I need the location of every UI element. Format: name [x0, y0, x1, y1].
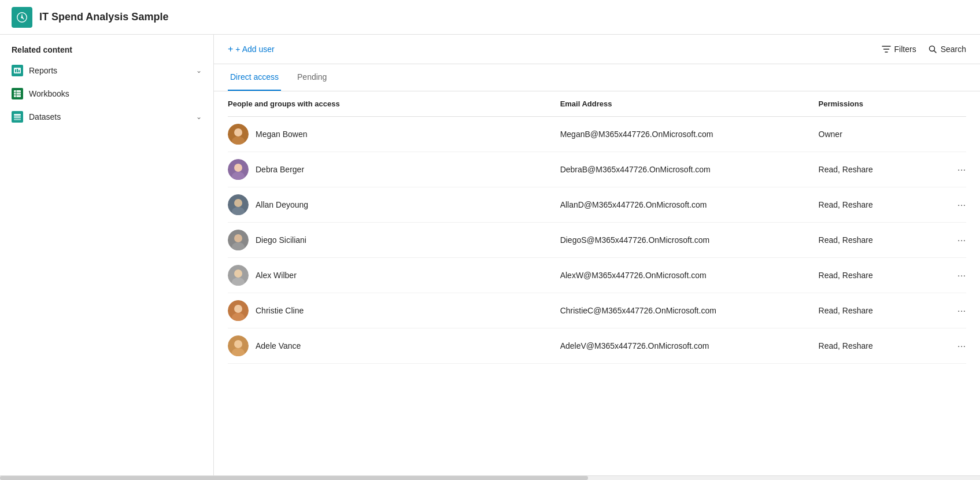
table-row: Christie ClineChristieC@M365x447726.OnMi… [228, 293, 966, 328]
access-table: People and groups with access Email Addr… [228, 91, 966, 364]
filters-label: Filters [894, 45, 916, 54]
sidebar: Related content Reports ⌄ [0, 35, 214, 475]
person-name: Megan Bowen [256, 130, 308, 139]
datasets-chevron: ⌄ [196, 113, 202, 121]
col-header-actions [951, 91, 966, 117]
permissions-cell: Read, Reshare [819, 187, 952, 223]
content-area: + + Add user Filters Search [214, 35, 980, 475]
svg-point-28 [234, 269, 242, 278]
col-header-permissions: Permissions [819, 91, 952, 117]
svg-line-14 [934, 51, 936, 53]
svg-rect-6 [14, 90, 21, 97]
actions-menu-button[interactable]: ··· [951, 187, 966, 223]
app-icon [12, 7, 32, 28]
email-cell: AdeleV@M365x447726.OnMicrosoft.com [560, 328, 819, 364]
permissions-cell: Read, Reshare [819, 293, 952, 328]
reports-icon [12, 65, 23, 76]
filters-button[interactable]: Filters [882, 45, 916, 54]
svg-rect-11 [14, 116, 21, 118]
horizontal-scrollbar[interactable] [0, 475, 980, 480]
actions-menu-button[interactable]: ··· [951, 258, 966, 293]
sidebar-item-reports[interactable]: Reports ⌄ [0, 59, 213, 82]
table-row: Alex WilberAlexW@M365x447726.OnMicrosoft… [228, 258, 966, 293]
person-name: Debra Berger [256, 165, 304, 174]
svg-point-1 [21, 16, 23, 19]
email-cell: AlexW@M365x447726.OnMicrosoft.com [560, 258, 819, 293]
permissions-cell: Read, Reshare [819, 258, 952, 293]
svg-point-19 [234, 164, 242, 172]
sidebar-item-datasets[interactable]: Datasets ⌄ [0, 105, 213, 128]
page-title: IT Spend Analysis Sample [39, 11, 168, 23]
datasets-icon [12, 111, 23, 123]
avatar [228, 300, 249, 321]
person-name: Adele Vance [256, 341, 301, 350]
col-header-person: People and groups with access [228, 91, 560, 117]
person-cell: Christie Cline [228, 293, 560, 328]
email-cell: DiegoS@M365x447726.OnMicrosoft.com [560, 223, 819, 258]
access-table-container: People and groups with access Email Addr… [214, 91, 980, 364]
avatar [228, 265, 249, 286]
sidebar-reports-label: Reports [29, 66, 57, 75]
person-cell: Alex Wilber [228, 258, 560, 293]
email-cell: MeganB@M365x447726.OnMicrosoft.com [560, 117, 819, 152]
reports-chevron: ⌄ [196, 67, 202, 75]
workbooks-icon [12, 88, 23, 99]
permissions-cell: Read, Reshare [819, 152, 952, 187]
person-cell: Allan Deyoung [228, 187, 560, 223]
toolbar: + + Add user Filters Search [214, 35, 980, 64]
email-cell: DebraB@M365x447726.OnMicrosoft.com [560, 152, 819, 187]
svg-point-34 [234, 340, 242, 348]
svg-rect-4 [17, 69, 18, 72]
person-cell: Debra Berger [228, 152, 560, 187]
person-cell: Diego Siciliani [228, 223, 560, 258]
search-button[interactable]: Search [928, 45, 966, 54]
header: IT Spend Analysis Sample [0, 0, 980, 35]
add-user-label: + Add user [235, 45, 274, 54]
svg-point-22 [234, 199, 242, 207]
svg-rect-5 [19, 70, 20, 72]
table-row: Debra BergerDebraB@M365x447726.OnMicroso… [228, 152, 966, 187]
filter-icon [882, 45, 891, 54]
person-cell: Megan Bowen [228, 117, 560, 152]
sidebar-datasets-label: Datasets [29, 112, 61, 121]
sidebar-item-workbooks[interactable]: Workbooks [0, 82, 213, 105]
person-name: Allan Deyoung [256, 200, 308, 209]
permissions-cell: Owner [819, 117, 952, 152]
table-row: Allan DeyoungAllanD@M365x447726.OnMicros… [228, 187, 966, 223]
actions-menu-button[interactable]: ··· [951, 152, 966, 187]
svg-point-31 [234, 305, 242, 313]
scrollbar-thumb[interactable] [0, 476, 588, 480]
plus-icon: + [228, 44, 233, 54]
email-cell: ChristieC@M365x447726.OnMicrosoft.com [560, 293, 819, 328]
add-user-button[interactable]: + + Add user [228, 44, 275, 54]
actions-menu-button [951, 117, 966, 152]
main-layout: Related content Reports ⌄ [0, 35, 980, 475]
person-name: Christie Cline [256, 306, 304, 315]
avatar [228, 335, 249, 356]
actions-menu-button[interactable]: ··· [951, 223, 966, 258]
person-name: Diego Siciliani [256, 235, 306, 245]
svg-rect-12 [14, 119, 21, 120]
table-row: Diego SicilianiDiegoS@M365x447726.OnMicr… [228, 223, 966, 258]
tab-direct-access[interactable]: Direct access [228, 64, 281, 91]
person-name: Alex Wilber [256, 271, 297, 280]
svg-point-25 [234, 234, 242, 242]
actions-menu-button[interactable]: ··· [951, 293, 966, 328]
avatar [228, 194, 249, 215]
svg-point-16 [234, 128, 242, 136]
person-cell: Adele Vance [228, 328, 560, 364]
actions-menu-button[interactable]: ··· [951, 328, 966, 364]
search-icon [928, 45, 937, 54]
avatar [228, 124, 249, 145]
table-row: Adele VanceAdeleV@M365x447726.OnMicrosof… [228, 328, 966, 364]
email-cell: AllanD@M365x447726.OnMicrosoft.com [560, 187, 819, 223]
sidebar-workbooks-label: Workbooks [29, 89, 69, 98]
permissions-cell: Read, Reshare [819, 223, 952, 258]
search-label: Search [941, 45, 966, 54]
avatar [228, 230, 249, 250]
table-row: Megan BowenMeganB@M365x447726.OnMicrosof… [228, 117, 966, 152]
tabs: Direct access Pending [214, 64, 980, 91]
permissions-cell: Read, Reshare [819, 328, 952, 364]
col-header-email: Email Address [560, 91, 819, 117]
tab-pending[interactable]: Pending [295, 64, 329, 91]
